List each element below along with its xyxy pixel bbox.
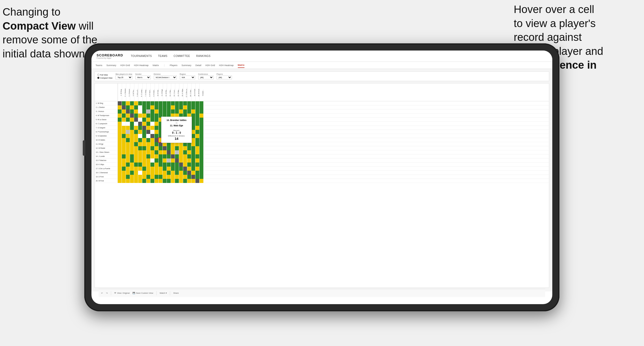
cell-18-17[interactable] [183,171,187,175]
full-view-radio[interactable] [97,74,99,76]
cell-3-14[interactable] [171,109,175,114]
cell-7-2[interactable] [122,126,126,130]
cell-9-20[interactable] [195,134,200,138]
cell-10-8[interactable] [146,138,150,142]
cell-20-14[interactable] [171,179,175,183]
cell-4-19[interactable] [191,114,195,118]
cell-8-2[interactable] [122,130,126,134]
cell-8-20[interactable] [195,130,200,134]
cell-20-17[interactable] [183,179,187,183]
cell-18-20[interactable] [195,171,200,175]
cell-18-12[interactable] [163,171,167,175]
cell-15-19[interactable] [191,158,195,163]
cell-2-11[interactable] [159,105,163,109]
cell-10-6[interactable] [138,138,142,142]
cell-10-2[interactable] [122,138,126,142]
cell-18-2[interactable] [122,171,126,175]
cell-11-10[interactable] [155,142,159,146]
cell-17-16[interactable] [179,167,183,171]
cell-14-10[interactable] [155,154,159,158]
cell-12-13[interactable] [167,146,171,150]
cell-5-21[interactable] [200,118,204,122]
cell-3-1[interactable] [118,109,122,114]
cell-7-9[interactable] [150,126,155,130]
sub-nav-h2hgrid1[interactable]: H2H Grid [120,63,130,68]
cell-7-10[interactable] [155,126,159,130]
cell-20-12[interactable] [163,179,167,183]
sub-nav-summary1[interactable]: Summary [107,63,116,68]
cell-11-4[interactable] [130,142,134,146]
cell-5-19[interactable] [191,118,195,122]
cell-19-8[interactable] [146,175,150,179]
sub-nav-matrix1[interactable]: Matrix [153,63,159,68]
cell-1-7[interactable] [142,101,146,105]
cell-9-10[interactable] [155,134,159,138]
cell-8-1[interactable] [118,130,122,134]
cell-1-2[interactable] [122,101,126,105]
cell-11-9[interactable] [150,142,155,146]
cell-19-19[interactable] [191,175,195,179]
cell-12-14[interactable] [171,146,175,150]
cell-10-20[interactable] [195,138,200,142]
cell-12-11[interactable] [159,146,163,150]
cell-16-9[interactable] [150,163,155,167]
cell-10-19[interactable] [191,138,195,142]
gender-select[interactable]: Men's [135,76,151,79]
cell-1-5[interactable] [134,101,138,105]
cell-17-17[interactable] [183,167,187,171]
cell-17-8[interactable] [146,167,150,171]
cell-12-9[interactable] [150,146,155,150]
cell-14-15[interactable] [175,154,179,158]
cell-10-10[interactable] [155,138,159,142]
sub-nav-h2hheatmap2[interactable]: H2H Heatmap [219,63,233,68]
cell-8-4[interactable] [130,130,134,134]
cell-15-14[interactable] [171,158,175,163]
cell-13-21[interactable] [200,150,204,154]
cell-19-17[interactable] [183,175,187,179]
cell-2-16[interactable] [179,105,183,109]
cell-7-1[interactable] [118,126,122,130]
cell-14-2[interactable] [122,154,126,158]
cell-5-7[interactable] [142,118,146,122]
cell-19-4[interactable] [130,175,134,179]
cell-18-5[interactable] [134,171,138,175]
cell-13-7[interactable] [142,150,146,154]
cell-3-18[interactable] [187,109,191,114]
cell-19-18[interactable] [187,175,191,179]
cell-14-11[interactable] [159,154,163,158]
cell-11-20[interactable] [195,142,200,146]
cell-1-18[interactable] [187,101,191,105]
cell-16-16[interactable] [179,163,183,167]
cell-17-6[interactable] [138,167,142,171]
cell-15-4[interactable] [130,158,134,163]
cell-13-16[interactable] [179,150,183,154]
cell-15-12[interactable] [163,158,167,163]
cell-7-7[interactable] [142,126,146,130]
cell-20-15[interactable] [175,179,179,183]
cell-7-21[interactable] [200,126,204,130]
cell-20-5[interactable] [134,179,138,183]
cell-15-20[interactable] [195,158,200,163]
cell-18-9[interactable] [150,171,155,175]
cell-3-10[interactable] [155,109,159,114]
cell-1-10[interactable] [155,101,159,105]
cell-17-11[interactable] [159,167,163,171]
cell-14-9[interactable] [150,154,155,158]
cell-15-13[interactable] [167,158,171,163]
cell-16-2[interactable] [122,163,126,167]
cell-14-1[interactable] [118,154,122,158]
cell-17-3[interactable] [126,167,130,171]
cell-1-19[interactable] [191,101,195,105]
cell-2-13[interactable] [167,105,171,109]
cell-7-20[interactable] [195,126,200,130]
cell-7-5[interactable] [134,126,138,130]
cell-13-3[interactable] [126,150,130,154]
cell-10-9[interactable] [150,138,155,142]
cell-2-14[interactable] [171,105,175,109]
cell-14-12[interactable] [163,154,167,158]
cell-9-9[interactable] [150,134,155,138]
cell-17-21[interactable] [200,167,204,171]
cell-13-14[interactable] [171,150,175,154]
cell-8-21[interactable] [200,130,204,134]
cell-2-1[interactable] [118,105,122,109]
